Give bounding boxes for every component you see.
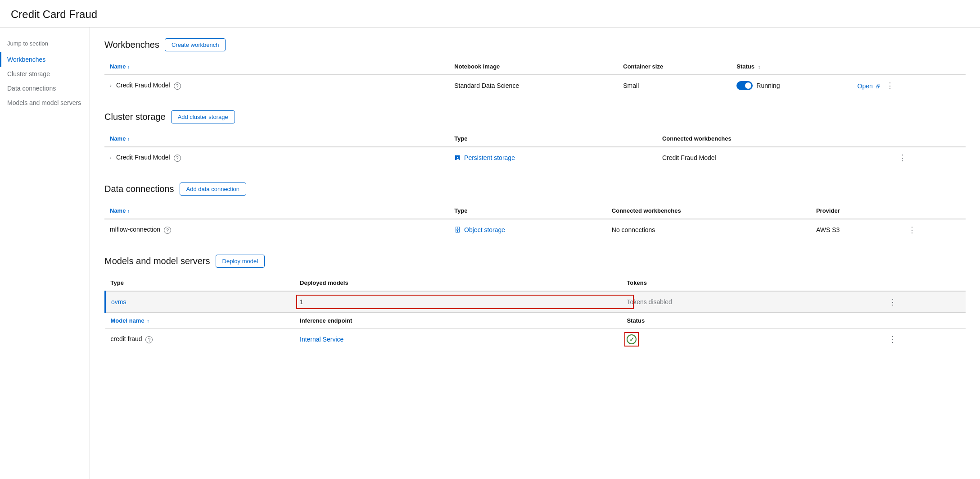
workbenches-col-actions	[852, 59, 966, 75]
workbench-open-cell: Open 🗗 ⋮	[852, 75, 966, 96]
workbenches-col-notebook: Notebook image	[449, 59, 618, 75]
model-col-endpoint: Inference endpoint	[294, 313, 621, 329]
connection-type-cell: 🗄 Object storage	[449, 219, 606, 240]
model-status-icon: ✓	[627, 334, 637, 344]
question-icon[interactable]: ?	[174, 155, 181, 162]
table-row: › Credit Fraud Model ? 🖪 Persistent stor…	[104, 147, 966, 168]
status-toggle[interactable]	[736, 81, 753, 90]
connection-name-cell: mlflow-connection ?	[104, 219, 449, 240]
sidebar-item-cluster-storage[interactable]: Cluster storage	[0, 67, 90, 81]
add-data-connection-button[interactable]: Add data connection	[180, 182, 247, 196]
cluster-storage-table: Name Type Connected workbenches › Credit…	[104, 131, 966, 168]
workbench-name: Credit Fraud Model	[116, 82, 170, 89]
sidebar-item-models[interactable]: Models and model servers	[0, 96, 90, 110]
storage-col-connected: Connected workbenches	[657, 131, 890, 147]
connections-col-actions	[899, 203, 966, 219]
workbench-container: Small	[618, 75, 731, 96]
model-col-status: Status	[621, 313, 879, 329]
workbenches-col-container: Container size	[618, 59, 731, 75]
models-col-tokens: Tokens	[621, 275, 879, 291]
sidebar: Jump to section Workbenches Cluster stor…	[0, 27, 90, 479]
models-header: Models and model servers Deploy model	[104, 255, 966, 268]
data-connections-header: Data connections Add data connection	[104, 182, 966, 196]
storage-col-type: Type	[449, 131, 657, 147]
data-connections-table: Name Type Connected workbenches Provider…	[104, 203, 966, 240]
storage-name-cell: › Credit Fraud Model ?	[104, 147, 449, 168]
models-col-deployed: Deployed models	[294, 275, 621, 291]
model-name-cell: credit fraud ?	[105, 329, 295, 350]
workbenches-col-name[interactable]: Name	[104, 59, 449, 75]
table-row: › Credit Fraud Model ? Standard Data Sci…	[104, 75, 966, 96]
storage-type: Persistent storage	[464, 154, 515, 161]
storage-type-icon: 🖪	[454, 154, 461, 161]
expand-icon[interactable]: ›	[110, 155, 112, 161]
kebab-menu-icon[interactable]: ⋮	[895, 151, 910, 164]
workbench-name-cell: › Credit Fraud Model ?	[104, 75, 449, 96]
storage-name: Credit Fraud Model	[116, 154, 170, 161]
kebab-menu-icon[interactable]: ⋮	[904, 224, 920, 236]
kebab-menu-icon[interactable]: ⋮	[885, 333, 900, 346]
connection-name: mlflow-connection	[110, 226, 160, 233]
status-sort-icon: ↕	[758, 64, 761, 69]
sidebar-item-workbenches[interactable]: Workbenches	[0, 52, 90, 67]
model-server-deployed-cell: 1	[294, 291, 621, 313]
page-title: Credit Card Fraud	[0, 0, 980, 27]
ovms-link[interactable]: ovms	[111, 298, 126, 306]
model-server-type: ovms	[105, 291, 295, 313]
storage-type-cell: 🖪 Persistent storage	[449, 147, 657, 168]
model-name: credit fraud	[111, 335, 142, 342]
object-storage-icon: 🗄	[454, 226, 461, 233]
question-icon[interactable]: ?	[145, 336, 153, 343]
expand-icon[interactable]: ›	[110, 82, 112, 89]
storage-col-name[interactable]: Name	[104, 131, 449, 147]
connection-connected: No connections	[606, 219, 811, 240]
model-sub-header: Model name ↑ Inference endpoint Status	[105, 313, 966, 329]
data-connections-title: Data connections	[104, 184, 174, 194]
add-cluster-storage-button[interactable]: Add cluster storage	[171, 110, 235, 123]
kebab-menu-icon[interactable]: ⋮	[885, 296, 900, 308]
sidebar-item-data-connections[interactable]: Data connections	[0, 81, 90, 96]
inference-endpoint-link[interactable]: Internal Service	[300, 336, 343, 343]
connection-type: Object storage	[464, 226, 505, 233]
connections-col-connected: Connected workbenches	[606, 203, 811, 219]
workbench-notebook: Standard Data Science	[449, 75, 618, 96]
connection-actions: ⋮	[899, 219, 966, 240]
tokens-disabled-text: Tokens disabled	[627, 298, 672, 306]
models-col-actions	[880, 275, 966, 291]
question-icon[interactable]: ?	[174, 82, 181, 90]
models-title: Models and model servers	[104, 256, 210, 266]
model-col-actions-header	[880, 313, 966, 329]
deploy-model-button[interactable]: Deploy model	[216, 255, 265, 268]
workbenches-section: Workbenches Create workbench Name Notebo…	[104, 38, 966, 96]
model-col-name: Model name ↑	[105, 313, 295, 329]
workbenches-header: Workbenches Create workbench	[104, 38, 966, 51]
connections-col-name[interactable]: Name	[104, 203, 449, 219]
status-running: Running	[736, 81, 846, 90]
models-table: Type Deployed models Tokens ovms	[104, 275, 966, 350]
storage-actions: ⋮	[890, 147, 966, 168]
workbenches-title: Workbenches	[104, 40, 159, 50]
kebab-menu-icon[interactable]: ⋮	[882, 79, 898, 92]
model-endpoint-cell: Internal Service	[294, 329, 621, 350]
sidebar-jump-label: Jump to section	[0, 36, 90, 52]
cluster-storage-header: Cluster storage Add cluster storage	[104, 110, 966, 123]
deployed-models-count: 1	[300, 298, 303, 306]
storage-col-actions	[890, 131, 966, 147]
main-content: Workbenches Create workbench Name Notebo…	[90, 27, 980, 479]
workbenches-table: Name Notebook image Container size Statu…	[104, 59, 966, 96]
table-row: mlflow-connection ? 🗄 Object storage No …	[104, 219, 966, 240]
connections-col-type: Type	[449, 203, 606, 219]
workbench-status-cell: Running	[731, 75, 852, 96]
external-link-icon: 🗗	[876, 84, 881, 89]
question-icon[interactable]: ?	[164, 227, 171, 234]
workbenches-col-status: Status ↕	[731, 59, 852, 75]
models-col-type: Type	[105, 275, 295, 291]
model-server-row: ovms 1 Tokens disabled ⋮	[105, 291, 966, 313]
create-workbench-button[interactable]: Create workbench	[165, 38, 226, 51]
storage-connected: Credit Fraud Model	[657, 147, 890, 168]
model-row-actions: ⋮	[880, 329, 966, 350]
model-server-tokens: Tokens disabled	[621, 291, 879, 313]
connection-provider: AWS S3	[811, 219, 899, 240]
model-row: credit fraud ? Internal Service ✓	[105, 329, 966, 350]
open-link[interactable]: Open	[858, 82, 873, 90]
